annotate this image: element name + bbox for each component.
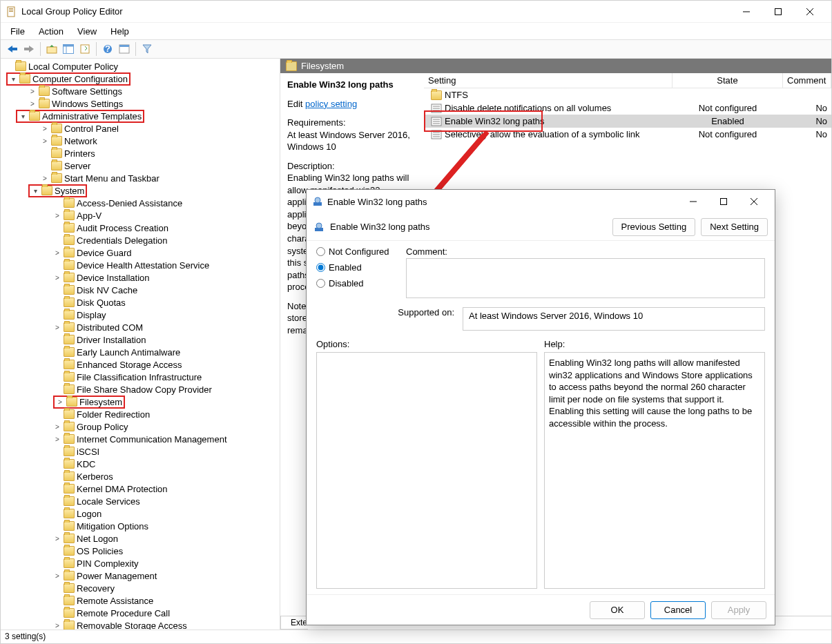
folder-icon xyxy=(64,459,75,469)
ok-button[interactable]: OK xyxy=(590,601,645,619)
tree-item-power-management[interactable]: >Power Management xyxy=(1,569,280,582)
dialog-close[interactable] xyxy=(739,191,769,212)
tree-item-locale-services[interactable]: Locale Services xyxy=(1,495,280,507)
export-button[interactable] xyxy=(77,41,93,57)
radio-enabled[interactable]: Enabled xyxy=(316,262,392,273)
minimize-button[interactable] xyxy=(731,1,762,23)
tree-item-credentials-delegation[interactable]: Credentials Delegation xyxy=(1,234,280,246)
list-row[interactable]: Enable Win32 long pathsEnabledNo xyxy=(424,115,831,128)
back-button[interactable] xyxy=(5,41,20,57)
tree-item-net-logon[interactable]: >Net Logon xyxy=(1,532,280,545)
tree-item-printers[interactable]: Printers xyxy=(1,147,280,159)
folder-icon xyxy=(39,99,50,108)
folder-icon xyxy=(64,558,75,568)
tree-windows[interactable]: >Windows Settings xyxy=(1,97,280,110)
tree-item-access-denied-assistance[interactable]: Access-Denied Assistance xyxy=(1,197,280,209)
options-box xyxy=(316,352,537,589)
tree-item-iscsi[interactable]: iSCSI xyxy=(1,445,280,458)
folder-icon xyxy=(41,186,52,195)
tree-item-control-panel[interactable]: >Control Panel xyxy=(1,122,280,135)
tree-item-remote-procedure-call[interactable]: Remote Procedure Call xyxy=(1,607,280,619)
cancel-button[interactable]: Cancel xyxy=(650,601,706,619)
tree-item-remote-assistance[interactable]: Remote Assistance xyxy=(1,594,280,607)
tree-item-app-v[interactable]: >App-V xyxy=(1,209,280,222)
dialog-maximize[interactable] xyxy=(708,191,739,212)
tree-root[interactable]: Local Computer Policy xyxy=(1,60,280,72)
up-button[interactable] xyxy=(44,41,59,57)
menu-view[interactable]: View xyxy=(70,24,104,39)
tree-item-removable-storage-access[interactable]: >Removable Storage Access xyxy=(1,619,280,630)
tab-extended[interactable]: Extended xyxy=(280,616,308,630)
tree-item-driver-installation[interactable]: Driver Installation xyxy=(1,333,280,346)
tree-item-start-menu-and-taskbar[interactable]: >Start Menu and Taskbar xyxy=(1,172,280,184)
folder-icon xyxy=(431,90,442,100)
tree-admin-templates[interactable]: ▾Administrative Templates xyxy=(1,110,280,122)
svg-rect-36 xyxy=(721,199,727,205)
folder-icon xyxy=(64,310,75,320)
radio-disabled[interactable]: Disabled xyxy=(316,278,392,289)
folder-icon xyxy=(64,534,75,543)
tree-item-recovery[interactable]: Recovery xyxy=(1,582,280,594)
tree-item-kerberos[interactable]: Kerberos xyxy=(1,470,280,482)
maximize-button[interactable] xyxy=(762,1,794,23)
filter-button[interactable] xyxy=(139,41,155,57)
tree-item-group-policy[interactable]: >Group Policy xyxy=(1,420,280,433)
tree-item-audit-process-creation[interactable]: Audit Process Creation xyxy=(1,222,280,234)
tree-item-device-health-attestation-service[interactable]: Device Health Attestation Service xyxy=(1,259,280,271)
tree-item-network[interactable]: >Network xyxy=(1,135,280,147)
svg-point-34 xyxy=(315,197,320,203)
list-row[interactable]: NTFS xyxy=(424,88,831,101)
tree-item-mitigation-options[interactable]: Mitigation Options xyxy=(1,520,280,532)
policy-tree[interactable]: Local Computer Policy▾Computer Configura… xyxy=(1,59,280,630)
tree-software[interactable]: >Software Settings xyxy=(1,85,280,97)
tree-item-device-guard[interactable]: >Device Guard xyxy=(1,246,280,259)
col-setting[interactable]: Setting xyxy=(424,73,673,88)
tree-item-early-launch-antimalware[interactable]: Early Launch Antimalware xyxy=(1,346,280,358)
help-button[interactable]: ? xyxy=(100,41,115,57)
tree-item-disk-nv-cache[interactable]: Disk NV Cache xyxy=(1,284,280,296)
tree-computer-config[interactable]: ▾Computer Configuration xyxy=(1,72,280,85)
dialog-minimize[interactable] xyxy=(678,191,708,212)
tree-item-kernel-dma-protection[interactable]: Kernel DMA Protection xyxy=(1,482,280,495)
tree-item-kdc[interactable]: KDC xyxy=(1,458,280,470)
path-header: Filesystem xyxy=(280,59,831,73)
list-row[interactable]: Selectively allow the evaluation of a sy… xyxy=(424,128,831,141)
tree-item-filesystem[interactable]: >Filesystem xyxy=(1,396,280,408)
previous-setting-button[interactable]: Previous Setting xyxy=(612,218,696,236)
close-button[interactable] xyxy=(794,1,826,23)
tree-item-os-policies[interactable]: OS Policies xyxy=(1,545,280,557)
tree-item-internet-communication-management[interactable]: >Internet Communication Management xyxy=(1,433,280,445)
folder-icon xyxy=(64,409,75,419)
tree-item-display[interactable]: Display xyxy=(1,309,280,321)
tree-item-enhanced-storage-access[interactable]: Enhanced Storage Access xyxy=(1,358,280,371)
next-setting-button[interactable]: Next Setting xyxy=(701,218,768,236)
tree-item-server[interactable]: Server xyxy=(1,159,280,172)
tree-item-pin-complexity[interactable]: PIN Complexity xyxy=(1,557,280,569)
apply-button[interactable]: Apply xyxy=(711,601,766,619)
menu-file[interactable]: File xyxy=(3,24,32,39)
folder-icon xyxy=(39,86,50,96)
comment-textarea[interactable] xyxy=(406,258,765,298)
radio-not-configured[interactable]: Not Configured xyxy=(316,246,392,257)
show-hide-tree-button[interactable] xyxy=(61,41,76,57)
menu-action[interactable]: Action xyxy=(32,24,70,39)
tree-item-logon[interactable]: Logon xyxy=(1,507,280,520)
tree-item-device-installation[interactable]: >Device Installation xyxy=(1,271,280,284)
col-comment[interactable]: Comment xyxy=(783,73,831,88)
tree-item-file-share-shadow-copy-provider[interactable]: File Share Shadow Copy Provider xyxy=(1,383,280,396)
tree-item-disk-quotas[interactable]: Disk Quotas xyxy=(1,296,280,309)
folder-icon xyxy=(64,372,75,382)
folder-icon xyxy=(64,223,75,233)
policy-setting-link[interactable]: policy setting xyxy=(305,99,357,109)
tree-item-file-classification-infrastructure[interactable]: File Classification Infrastructure xyxy=(1,371,280,383)
forward-button[interactable] xyxy=(21,41,37,57)
tree-item-distributed-com[interactable]: >Distributed COM xyxy=(1,321,280,333)
properties-button[interactable] xyxy=(117,41,132,57)
menu-help[interactable]: Help xyxy=(104,24,136,39)
list-row[interactable]: Disable delete notifications on all volu… xyxy=(424,101,831,115)
col-state[interactable]: State xyxy=(673,73,783,88)
svg-rect-10 xyxy=(47,47,57,53)
svg-rect-3 xyxy=(9,11,13,12)
tree-system[interactable]: ▾System xyxy=(1,184,280,197)
tree-item-folder-redirection[interactable]: Folder Redirection xyxy=(1,408,280,420)
